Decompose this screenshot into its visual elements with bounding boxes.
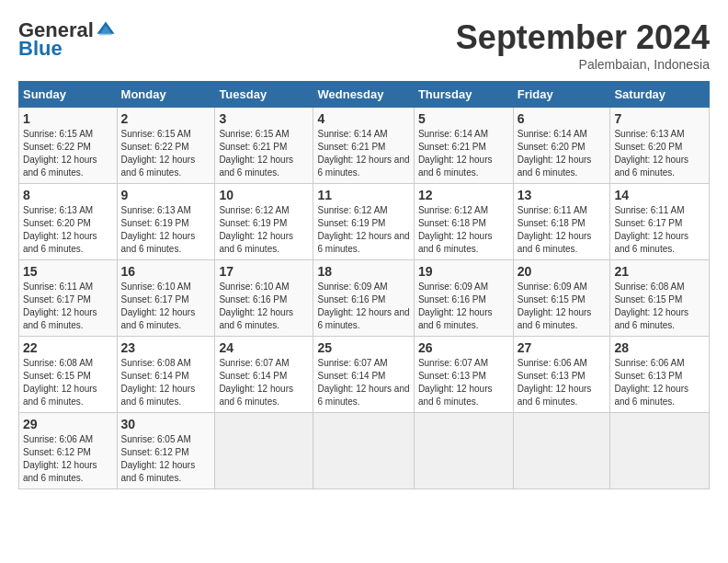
table-row: 1 Sunrise: 6:15 AM Sunset: 6:22 PM Dayli… (19, 108, 118, 184)
title-block: September 2024 Palembaian, Indonesia (456, 18, 710, 72)
daylight-label: Daylight: 12 hours and 6 minutes. (23, 460, 97, 483)
day-info: Sunrise: 6:15 AM Sunset: 6:22 PM Dayligh… (23, 128, 113, 179)
calendar-week-row: 29 Sunrise: 6:06 AM Sunset: 6:12 PM Dayl… (19, 413, 710, 489)
sunrise-label: Sunrise: 6:13 AM (614, 129, 684, 139)
day-number: 7 (614, 111, 705, 126)
sunset-label: Sunset: 6:19 PM (317, 218, 385, 228)
day-number: 30 (121, 417, 211, 431)
daylight-label: Daylight: 12 hours and 6 minutes. (418, 384, 493, 407)
day-info: Sunrise: 6:08 AM Sunset: 6:14 PM Dayligh… (121, 357, 211, 408)
day-number: 23 (121, 340, 211, 355)
sunrise-label: Sunrise: 6:06 AM (518, 358, 587, 368)
sunrise-label: Sunrise: 6:13 AM (121, 205, 191, 215)
table-row: 22 Sunrise: 6:08 AM Sunset: 6:15 PM Dayl… (19, 337, 118, 413)
daylight-label: Daylight: 12 hours and 6 minutes. (219, 155, 293, 178)
sunset-label: Sunset: 6:20 PM (614, 142, 682, 152)
table-row: 13 Sunrise: 6:11 AM Sunset: 6:18 PM Dayl… (513, 184, 610, 260)
table-row: 23 Sunrise: 6:08 AM Sunset: 6:14 PM Dayl… (117, 337, 215, 413)
sunset-label: Sunset: 6:22 PM (23, 142, 91, 152)
daylight-label: Daylight: 12 hours and 6 minutes. (317, 384, 409, 407)
day-info: Sunrise: 6:11 AM Sunset: 6:18 PM Dayligh… (518, 204, 607, 256)
day-number: 27 (518, 340, 607, 355)
daylight-label: Daylight: 12 hours and 6 minutes. (121, 307, 196, 330)
daylight-label: Daylight: 12 hours and 6 minutes. (219, 307, 293, 330)
daylight-label: Daylight: 12 hours and 6 minutes. (418, 231, 493, 254)
table-row (215, 413, 313, 489)
day-info: Sunrise: 6:13 AM Sunset: 6:20 PM Dayligh… (23, 204, 113, 256)
daylight-label: Daylight: 12 hours and 6 minutes. (317, 307, 409, 330)
table-row: 28 Sunrise: 6:06 AM Sunset: 6:13 PM Dayl… (610, 337, 710, 413)
sunset-label: Sunset: 6:13 PM (418, 371, 486, 381)
table-row: 5 Sunrise: 6:14 AM Sunset: 6:21 PM Dayli… (414, 108, 513, 184)
table-row: 6 Sunrise: 6:14 AM Sunset: 6:20 PM Dayli… (513, 108, 610, 184)
sunrise-label: Sunrise: 6:12 AM (219, 205, 289, 215)
sunrise-label: Sunrise: 6:14 AM (418, 129, 488, 139)
daylight-label: Daylight: 12 hours and 6 minutes. (121, 460, 196, 483)
sunrise-label: Sunrise: 6:08 AM (23, 358, 93, 368)
day-number: 8 (23, 188, 113, 202)
table-row: 11 Sunrise: 6:12 AM Sunset: 6:19 PM Dayl… (313, 184, 414, 260)
sunset-label: Sunset: 6:19 PM (219, 218, 287, 228)
month-title: September 2024 (456, 18, 710, 57)
logo-blue-text: Blue (18, 37, 63, 61)
day-info: Sunrise: 6:06 AM Sunset: 6:12 PM Dayligh… (23, 433, 113, 485)
daylight-label: Daylight: 12 hours and 6 minutes. (121, 384, 196, 407)
daylight-label: Daylight: 12 hours and 6 minutes. (614, 307, 688, 330)
sunset-label: Sunset: 6:17 PM (121, 294, 189, 304)
table-row: 3 Sunrise: 6:15 AM Sunset: 6:21 PM Dayli… (215, 108, 313, 184)
sunrise-label: Sunrise: 6:07 AM (317, 358, 387, 368)
day-number: 18 (317, 264, 409, 279)
calendar-week-row: 8 Sunrise: 6:13 AM Sunset: 6:20 PM Dayli… (19, 184, 710, 260)
sunset-label: Sunset: 6:20 PM (518, 142, 586, 152)
daylight-label: Daylight: 12 hours and 6 minutes. (121, 231, 196, 254)
header-friday: Friday (513, 82, 610, 108)
day-number: 22 (23, 340, 113, 355)
day-info: Sunrise: 6:14 AM Sunset: 6:21 PM Dayligh… (418, 128, 509, 179)
day-number: 24 (219, 340, 309, 355)
daylight-label: Daylight: 12 hours and 6 minutes. (614, 231, 688, 254)
day-info: Sunrise: 6:06 AM Sunset: 6:13 PM Dayligh… (614, 357, 705, 408)
sunrise-label: Sunrise: 6:06 AM (23, 434, 93, 444)
sunset-label: Sunset: 6:15 PM (23, 371, 91, 381)
sunset-label: Sunset: 6:21 PM (418, 142, 486, 152)
sunset-label: Sunset: 6:18 PM (518, 218, 586, 228)
header-wednesday: Wednesday (313, 82, 414, 108)
sunrise-label: Sunrise: 6:05 AM (121, 434, 191, 444)
day-number: 1 (23, 111, 113, 126)
day-info: Sunrise: 6:13 AM Sunset: 6:20 PM Dayligh… (614, 128, 705, 179)
day-info: Sunrise: 6:10 AM Sunset: 6:17 PM Dayligh… (121, 281, 211, 332)
sunrise-label: Sunrise: 6:14 AM (518, 129, 587, 139)
day-info: Sunrise: 6:11 AM Sunset: 6:17 PM Dayligh… (614, 204, 705, 256)
calendar-week-row: 15 Sunrise: 6:11 AM Sunset: 6:17 PM Dayl… (19, 260, 710, 337)
table-row (313, 413, 414, 489)
day-info: Sunrise: 6:12 AM Sunset: 6:19 PM Dayligh… (317, 204, 409, 256)
sunset-label: Sunset: 6:15 PM (518, 294, 586, 304)
day-number: 14 (614, 188, 705, 202)
sunset-label: Sunset: 6:21 PM (317, 142, 385, 152)
sunset-label: Sunset: 6:14 PM (317, 371, 385, 381)
day-info: Sunrise: 6:09 AM Sunset: 6:16 PM Dayligh… (418, 281, 509, 332)
header-sunday: Sunday (19, 82, 118, 108)
day-number: 10 (219, 188, 309, 202)
sunset-label: Sunset: 6:13 PM (518, 371, 586, 381)
sunrise-label: Sunrise: 6:13 AM (23, 205, 93, 215)
sunset-label: Sunset: 6:15 PM (614, 294, 682, 304)
table-row (513, 413, 610, 489)
table-row: 14 Sunrise: 6:11 AM Sunset: 6:17 PM Dayl… (610, 184, 710, 260)
table-row: 9 Sunrise: 6:13 AM Sunset: 6:19 PM Dayli… (117, 184, 215, 260)
sunset-label: Sunset: 6:12 PM (23, 447, 91, 457)
day-info: Sunrise: 6:12 AM Sunset: 6:18 PM Dayligh… (418, 204, 509, 256)
daylight-label: Daylight: 12 hours and 6 minutes. (121, 155, 196, 178)
table-row: 15 Sunrise: 6:11 AM Sunset: 6:17 PM Dayl… (19, 260, 118, 337)
table-row: 7 Sunrise: 6:13 AM Sunset: 6:20 PM Dayli… (610, 108, 710, 184)
sunset-label: Sunset: 6:19 PM (121, 218, 189, 228)
day-info: Sunrise: 6:12 AM Sunset: 6:19 PM Dayligh… (219, 204, 309, 256)
daylight-label: Daylight: 12 hours and 6 minutes. (219, 231, 293, 254)
logo: General Blue (18, 18, 116, 61)
sunset-label: Sunset: 6:21 PM (219, 142, 287, 152)
sunrise-label: Sunrise: 6:15 AM (23, 129, 93, 139)
day-info: Sunrise: 6:06 AM Sunset: 6:13 PM Dayligh… (518, 357, 607, 408)
sunrise-label: Sunrise: 6:07 AM (219, 358, 289, 368)
table-row: 17 Sunrise: 6:10 AM Sunset: 6:16 PM Dayl… (215, 260, 313, 337)
table-row: 27 Sunrise: 6:06 AM Sunset: 6:13 PM Dayl… (513, 337, 610, 413)
